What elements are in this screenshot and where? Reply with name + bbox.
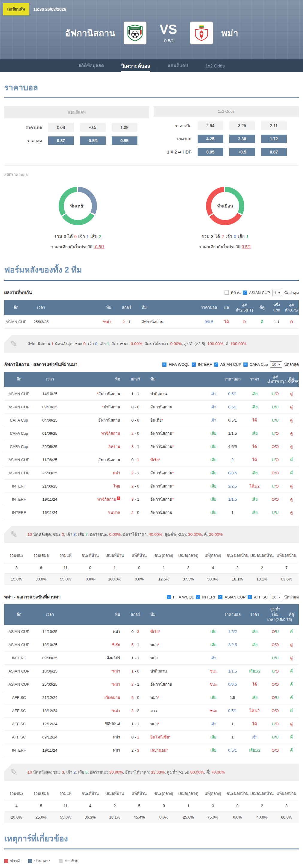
column-header: ราคาบอล — [199, 300, 219, 315]
filter-checkbox[interactable] — [167, 595, 171, 599]
table-cell: 60.0% — [274, 811, 299, 823]
table-row: ASIAN CUP14/10/25พม่า0 - 3ซีเรีย*เสีย1.5… — [4, 625, 299, 638]
table-cell: *อัฟกานิสถาน — [66, 387, 125, 400]
table-cell: O/O — [267, 744, 284, 757]
filter-checkbox-label: ASIAN CUP — [221, 362, 241, 367]
table-cell: เสีย — [204, 440, 222, 453]
table-cell: O/O — [267, 704, 284, 717]
filter-checkbox[interactable] — [214, 363, 218, 367]
column-header: สูง/ต่ำเต็มเวลา(2.5/0.75) — [267, 604, 284, 625]
table-cell: 1-1 — [269, 315, 284, 329]
column-header: เวลา — [28, 300, 55, 315]
table-cell: พม่า* — [145, 717, 204, 731]
matches-count-select[interactable]: 10 — [270, 361, 282, 368]
table-cell: ASIAN CUP — [4, 466, 34, 479]
afg-stats-table: รวมชนะรวมเสมอรวมแพ้ชนะที่บ้านเสมอที่บ้าน… — [4, 549, 299, 585]
table-cell: 2/2.5 — [222, 638, 243, 652]
table-cell: AFF SC — [4, 731, 34, 744]
table-cell: 2 - 1 — [116, 315, 137, 329]
filter-checkbox[interactable] — [243, 290, 247, 295]
table-cell: ได้1/2 — [243, 704, 267, 717]
column-header: ชนะที่บ้าน — [78, 787, 102, 800]
table-cell: คี่ — [284, 744, 299, 757]
table-cell: ASIAN CUP — [4, 453, 34, 466]
away-team-logo — [190, 22, 213, 44]
table-cell: อัฟกานิสถาน — [66, 453, 125, 466]
table-cell: O — [284, 315, 299, 329]
table-cell: ASIAN CUP — [4, 400, 34, 413]
afghanistan-crest-icon — [126, 24, 144, 42]
filter-checkbox[interactable] — [225, 290, 229, 295]
filter-checkbox[interactable] — [247, 595, 252, 599]
table-cell: 0.5/1 — [222, 744, 243, 757]
table-cell: INTERF — [4, 652, 34, 665]
table-row: ASIAN CUP25/03/25*พม่า2 - 1อัฟกานิสถาน0/… — [4, 315, 299, 329]
home-history-odds-link[interactable]: ราคาเดียวกันในประวัติ -0.5/1 — [16, 244, 139, 250]
odds-value: +0.5 — [229, 148, 255, 156]
table-cell: 2/2.5 — [222, 479, 243, 493]
table-cell: 09/12/24 — [34, 731, 66, 744]
filter-checkbox[interactable] — [196, 595, 200, 599]
filter-checkbox[interactable] — [162, 363, 166, 367]
odds-value: 1.08 — [112, 123, 137, 132]
table-cell: ASIAN CUP — [4, 315, 28, 329]
nav-tab[interactable]: 1x2 Odds — [205, 59, 225, 72]
table-row: ASIAN CUP11/06/25อัฟกานิสถาน0 - 1ซีเรีย*… — [4, 453, 299, 466]
odds-value: 2.94 — [198, 121, 223, 130]
odds-value: 3.25 — [229, 121, 255, 130]
column-header: คี่คู่ — [255, 300, 269, 315]
pencil-note-icon: ✎ — [4, 526, 23, 543]
table-cell: INTERF — [4, 506, 34, 519]
column-header: เสมอนอกบ้าน — [250, 787, 274, 800]
filter-checkbox-label: ASIAN CUP — [249, 290, 270, 295]
filter-checkbox[interactable] — [243, 363, 247, 367]
table-cell: 2 — [225, 562, 250, 574]
nav-tab[interactable]: วิเคราะห์บอล — [121, 59, 150, 72]
column-header: ทีม — [145, 372, 204, 388]
column-header: ชนะนอกบ้าน — [225, 549, 250, 562]
column-header: ชนะนอกบ้าน — [225, 787, 250, 800]
pencil-note-icon: ✎ — [4, 335, 23, 352]
mya-note: ✎ 10 นัดหลังสุด: ชนะ 3, เจ้า 2, เสีย 5, … — [4, 764, 299, 781]
filter-checkbox-label: INTERF — [198, 362, 212, 367]
table-cell: 0 — [225, 800, 250, 811]
handicap-panel-header: แฮนดีแคพ — [4, 106, 149, 118]
table-cell: 0.5/1 — [222, 387, 243, 400]
table-cell: ปากีสถาน — [145, 387, 204, 400]
column-header: แพ้ที่บ้าน — [127, 549, 152, 562]
table-row: 4511425013023 — [4, 800, 299, 811]
table-cell: ได้ — [243, 413, 267, 427]
table-cell: 11/06/25 — [34, 453, 66, 466]
table-cell: เสีย — [204, 427, 222, 440]
legend-color-swatch — [59, 859, 63, 863]
nav-tab[interactable]: สถิติข้อมูลสด — [78, 59, 104, 72]
table-cell: 0.0% — [225, 811, 250, 823]
column-header: ทีม — [54, 300, 116, 315]
column-header: เวลา — [34, 372, 66, 388]
column-header: สกอร์ — [125, 604, 145, 625]
filter-checkbox-label: ASIAN CUP — [225, 595, 245, 599]
odds-1x2-rows: ราคาเปิด2.943.252.11ราคาสด4.253.301.721 … — [154, 121, 299, 156]
column-header: สูง/ต่ำFT/HT(2.5/0.75) — [267, 372, 284, 388]
nav-tab[interactable]: แฮนดิแคป — [168, 59, 188, 72]
table-cell: 09/10/25 — [34, 400, 66, 413]
filter-checkbox[interactable] — [218, 595, 223, 599]
mya-results-table: ลีกเวลาทีมสกอร์ทีมราคาบอลราคาสูง/ต่ำเต็ม… — [4, 604, 299, 757]
odds-row: ราคาสด0.87-0.5/10.95 — [4, 136, 149, 145]
handicap-panel: แฮนดีแคพ ราคาเปิด0.68-0.51.08ราคาสด0.87-… — [4, 106, 149, 156]
afg-results-table: ลีกเวลาทีมสกอร์ทีมราคาบอลราคาสูง/ต่ำFT/H… — [4, 372, 299, 519]
table-cell: INTERF — [4, 493, 34, 506]
table-cell: 01/09/25 — [34, 427, 66, 440]
matches-count-select[interactable]: 1 — [272, 290, 282, 296]
filter-checkbox[interactable] — [192, 363, 196, 367]
table-cell: 0 — [152, 800, 176, 811]
table-cell: พม่า — [66, 731, 125, 744]
table-row: INTERF19/11/24ทาจิกิสถาน13 - 1อัฟกานิสถา… — [4, 493, 299, 506]
column-header: สกอร์ — [116, 300, 137, 315]
table-cell: ASIAN CUP — [4, 387, 34, 400]
away-history-odds-link[interactable]: ราคาเดียวกันในประวัติ 0.5/1 — [163, 244, 287, 250]
filter-checkbox-label: CAFA Cup — [250, 362, 268, 367]
matches-count-select[interactable]: 10 — [270, 594, 282, 600]
column-header: ราคาบอล — [222, 372, 243, 388]
table-cell: 16/11/24 — [34, 506, 66, 519]
